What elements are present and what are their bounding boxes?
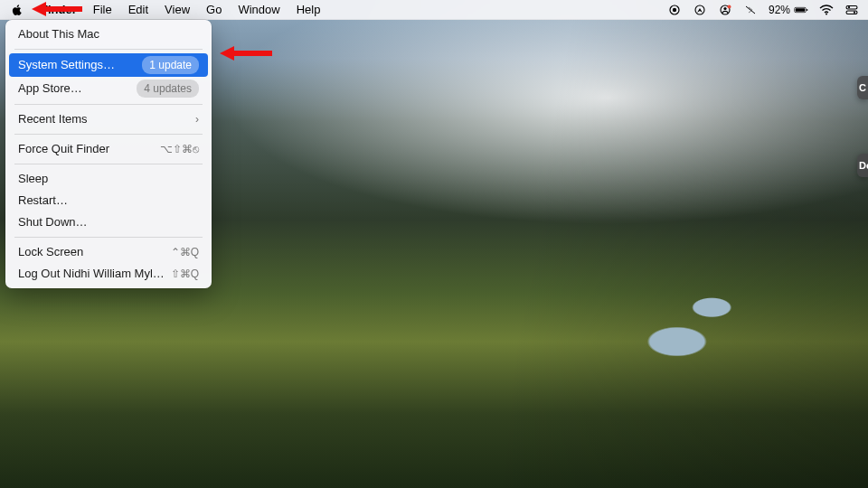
menu-item-about-this-mac[interactable]: About This Mac — [9, 23, 208, 45]
menu-item-system-settings[interactable]: System Settings…1 update — [9, 53, 208, 77]
profile-icon[interactable] — [718, 5, 732, 15]
menu-item-sleep[interactable]: Sleep — [9, 168, 208, 190]
svg-rect-7 — [796, 8, 806, 11]
svg-point-1 — [673, 7, 676, 11]
menu-item-lock-screen[interactable]: Lock Screen⌃⌘Q — [9, 241, 208, 263]
annotation-arrow-top — [32, 0, 82, 18]
menu-item-shut-down[interactable]: Shut Down… — [9, 211, 208, 233]
menu-item-help[interactable]: Help — [288, 0, 329, 20]
menu-item-recent-items[interactable]: Recent Items› — [9, 108, 208, 130]
wifi-icon[interactable] — [819, 5, 834, 15]
svg-point-11 — [848, 6, 850, 8]
menu-item-file[interactable]: File — [85, 0, 120, 20]
menu-separator — [14, 134, 203, 135]
menu-item-label: System Settings… — [18, 57, 142, 73]
menu-item-badge: 1 update — [142, 56, 199, 74]
widget-stub-2[interactable]: De — [857, 154, 868, 177]
compass-icon[interactable] — [693, 5, 707, 15]
menu-item-view[interactable]: View — [156, 0, 198, 20]
no-bt-icon[interactable] — [743, 5, 758, 15]
widget-stub-1-label: C — [859, 82, 866, 93]
widget-stub-1[interactable]: C — [857, 76, 868, 99]
menu-item-label: App Store… — [18, 80, 137, 97]
svg-rect-8 — [807, 9, 807, 11]
menu-item-restart[interactable]: Restart… — [9, 190, 208, 211]
menu-item-app-store[interactable]: App Store…4 updates — [9, 77, 208, 100]
svg-point-4 — [723, 6, 726, 9]
menu-item-shortcut: ⌃⌘Q — [171, 244, 199, 260]
apple-menu-dropdown: About This MacSystem Settings…1 updateAp… — [5, 20, 212, 288]
widget-stub-2-label: De — [859, 160, 868, 171]
menu-item-log-out-nidhi-william-myle[interactable]: Log Out Nidhi William Myle…⇧⌘Q — [9, 263, 208, 285]
menu-separator — [14, 49, 203, 50]
menu-item-window[interactable]: Window — [230, 0, 288, 20]
svg-point-9 — [826, 13, 827, 14]
svg-point-13 — [854, 11, 855, 13]
menu-bar: Finder File Edit View Go Window Help 92% — [0, 0, 868, 20]
record-icon[interactable] — [667, 5, 682, 15]
menu-item-label: Restart… — [18, 192, 199, 209]
apple-menu-icon[interactable] — [9, 4, 33, 16]
menu-item-label: About This Mac — [18, 26, 199, 42]
svg-point-5 — [727, 5, 731, 8]
menu-separator — [14, 164, 203, 164]
battery-status[interactable]: 92% — [769, 4, 808, 16]
svg-rect-12 — [846, 11, 857, 14]
menu-bar-right: 92% — [667, 4, 863, 16]
menu-separator — [14, 104, 203, 105]
chevron-right-icon: › — [195, 111, 199, 127]
annotation-arrow-side — [220, 44, 272, 62]
menu-item-label: Lock Screen — [18, 244, 171, 260]
menu-item-label: Force Quit Finder — [18, 141, 160, 157]
menu-item-shortcut: ⌥⇧⌘⎋ — [160, 141, 199, 157]
control-center-icon[interactable] — [844, 5, 859, 15]
menu-item-badge: 4 updates — [137, 80, 199, 98]
menu-item-force-quit-finder[interactable]: Force Quit Finder⌥⇧⌘⎋ — [9, 138, 208, 160]
menu-item-go[interactable]: Go — [198, 0, 230, 20]
menu-item-label: Log Out Nidhi William Myle… — [18, 266, 171, 282]
menu-item-label: Recent Items — [18, 111, 195, 127]
svg-rect-10 — [846, 5, 857, 9]
menu-item-label: Shut Down… — [18, 214, 199, 230]
menu-separator — [14, 237, 203, 238]
menu-item-label: Sleep — [18, 171, 199, 187]
battery-percent: 92% — [769, 4, 790, 16]
menu-item-edit[interactable]: Edit — [120, 0, 156, 20]
menu-item-shortcut: ⇧⌘Q — [171, 266, 199, 282]
